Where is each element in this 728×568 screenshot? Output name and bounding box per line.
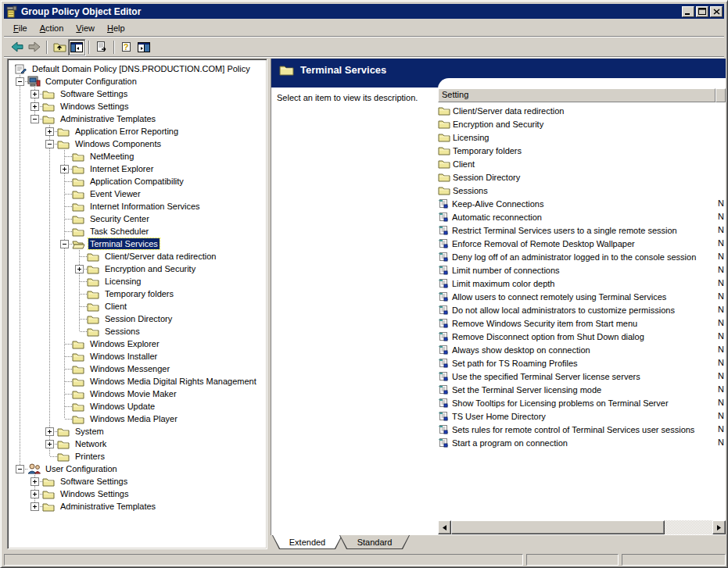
- tree-item-windows-media-digital-rights-management[interactable]: Windows Media Digital Rights Management: [8, 375, 267, 388]
- tree-item-label[interactable]: Internet Information Services: [88, 201, 202, 212]
- menu-file[interactable]: File: [7, 22, 34, 34]
- up-one-level-button[interactable]: [51, 39, 68, 55]
- export-list-button[interactable]: [93, 39, 110, 55]
- tree-item-task-scheduler[interactable]: Task Scheduler: [8, 225, 267, 238]
- tree-item-label[interactable]: Software Settings: [59, 88, 129, 99]
- setting-row[interactable]: Enforce Removal of Remote Desktop Wallpa…: [438, 237, 726, 250]
- tree-item-label[interactable]: User Configuration: [44, 463, 119, 474]
- expand-plus-box[interactable]: [27, 475, 42, 488]
- setting-row[interactable]: Always show desktop on connectionN: [438, 343, 726, 356]
- tree-item-label[interactable]: Administrative Templates: [59, 113, 157, 124]
- tree-item-label[interactable]: System: [74, 426, 106, 437]
- tree-item-printers[interactable]: Printers: [8, 450, 267, 463]
- setting-row[interactable]: Set path for TS Roaming ProfilesN: [438, 356, 726, 370]
- tree-item-label[interactable]: Encryption and Security: [103, 263, 197, 274]
- tree-item-label[interactable]: Windows Settings: [59, 101, 130, 112]
- tree-item-client[interactable]: Client: [8, 300, 267, 313]
- tree-item-label[interactable]: Administrative Templates: [59, 501, 157, 512]
- tree-item-label[interactable]: Client/Server data redirection: [103, 251, 217, 262]
- tree-item-label[interactable]: Licensing: [103, 276, 142, 287]
- tree-item-label[interactable]: Printers: [74, 451, 106, 462]
- tree-item-label[interactable]: Default Domain Policy [DNS.PRODUCTION.CO…: [30, 63, 252, 74]
- setting-row[interactable]: TS User Home DirectoryN: [438, 409, 726, 423]
- tree-item-label[interactable]: Software Settings: [59, 476, 129, 487]
- tree-item-application-error-reporting[interactable]: Application Error Reporting: [8, 125, 267, 138]
- tree-item-label[interactable]: Task Scheduler: [88, 226, 150, 237]
- tree-item-label[interactable]: Windows Components: [74, 138, 163, 149]
- expand-plus-box[interactable]: [27, 500, 42, 513]
- setting-row[interactable]: Set the Terminal Server licensing modeN: [438, 383, 726, 396]
- expand-plus-box[interactable]: [27, 100, 42, 113]
- setting-row[interactable]: Use the specified Terminal Server licens…: [438, 370, 726, 383]
- minimize-button[interactable]: [682, 6, 694, 17]
- setting-row[interactable]: Remove Disconnect option from Shut Down …: [438, 330, 726, 343]
- tree-item-label[interactable]: Client: [103, 301, 128, 312]
- setting-row[interactable]: Start a program on connectionN: [438, 436, 726, 449]
- expand-plus-box[interactable]: [27, 488, 42, 500]
- back-button[interactable]: [9, 39, 26, 55]
- tree-item-label[interactable]: Terminal Services: [88, 238, 160, 249]
- setting-row[interactable]: Do not allow local administrators to cus…: [438, 303, 726, 316]
- tree-item-label[interactable]: Application Compatibility: [88, 176, 185, 187]
- menu-view[interactable]: View: [70, 22, 101, 34]
- tree-item-label[interactable]: Windows Media Digital Rights Management: [88, 376, 258, 387]
- setting-row[interactable]: Allow users to connect remotely using Te…: [438, 290, 726, 303]
- tree-item-temporary-folders[interactable]: Temporary folders: [8, 288, 267, 300]
- tree-item-default-domain-policy-dns-production-com-policy[interactable]: Default Domain Policy [DNS.PRODUCTION.CO…: [8, 63, 267, 75]
- setting-row[interactable]: Client: [438, 157, 726, 170]
- tree-item-sessions[interactable]: Sessions: [8, 325, 267, 338]
- tree-item-label[interactable]: Windows Installer: [88, 351, 159, 362]
- expand-plus-box[interactable]: [42, 125, 57, 138]
- tree-item-licensing[interactable]: Licensing: [8, 275, 267, 288]
- expand-plus-box[interactable]: [27, 88, 42, 100]
- tree-item-windows-explorer[interactable]: Windows Explorer: [8, 338, 267, 350]
- setting-row[interactable]: Automatic reconnectionN: [438, 210, 726, 223]
- expand-minus-box[interactable]: [13, 75, 27, 88]
- scroll-left-button[interactable]: [438, 520, 451, 534]
- setting-row[interactable]: Sets rules for remote control of Termina…: [438, 423, 726, 436]
- column-header-state[interactable]: [715, 88, 726, 102]
- menu-action[interactable]: Action: [34, 22, 70, 34]
- setting-row[interactable]: Licensing: [438, 130, 726, 144]
- tree-item-client-server-data-redirection[interactable]: Client/Server data redirection: [8, 250, 267, 263]
- tree-item-label[interactable]: Session Directory: [103, 313, 174, 324]
- tree-item-windows-settings[interactable]: Windows Settings: [8, 488, 267, 500]
- tree-item-label[interactable]: Computer Configuration: [44, 76, 138, 87]
- expand-minus-box[interactable]: [42, 138, 57, 150]
- setting-row[interactable]: Keep-Alive ConnectionsN: [438, 197, 726, 210]
- tree-item-label[interactable]: Event Viewer: [88, 188, 142, 199]
- tree-item-label[interactable]: Temporary folders: [103, 288, 175, 299]
- tree-item-security-center[interactable]: Security Center: [8, 213, 267, 225]
- expand-plus-box[interactable]: [57, 163, 72, 175]
- tree-item-network[interactable]: Network: [8, 438, 267, 450]
- tree-item-label[interactable]: Sessions: [103, 326, 142, 337]
- tree-item-software-settings[interactable]: Software Settings: [8, 475, 267, 488]
- tree-item-application-compatibility[interactable]: Application Compatibility: [8, 175, 267, 188]
- setting-row[interactable]: Client/Server data redirection: [438, 104, 726, 117]
- console-tree-panel[interactable]: Default Domain Policy [DNS.PRODUCTION.CO…: [7, 59, 267, 549]
- expand-minus-box[interactable]: [57, 238, 72, 250]
- tree-item-windows-update[interactable]: Windows Update: [8, 400, 267, 413]
- show-console-tree-button[interactable]: [68, 39, 85, 55]
- tree-item-windows-components[interactable]: Windows Components: [8, 138, 267, 150]
- tree-item-internet-information-services[interactable]: Internet Information Services: [8, 200, 267, 213]
- tree-item-label[interactable]: Security Center: [88, 213, 151, 224]
- expand-plus-box[interactable]: [42, 438, 57, 450]
- forward-button[interactable]: [26, 39, 43, 55]
- setting-row[interactable]: Limit number of connectionsN: [438, 263, 726, 277]
- expand-plus-box[interactable]: [72, 263, 87, 275]
- horizontal-scrollbar[interactable]: [438, 520, 726, 534]
- tree-item-user-configuration[interactable]: User Configuration: [8, 463, 267, 475]
- tree-item-label[interactable]: Windows Movie Maker: [88, 388, 178, 399]
- tree-item-label[interactable]: Internet Explorer: [88, 163, 155, 174]
- close-button[interactable]: [710, 6, 723, 17]
- tree-item-label[interactable]: Windows Explorer: [88, 338, 161, 349]
- tree-item-label[interactable]: Windows Messenger: [88, 363, 171, 374]
- column-header-setting[interactable]: Setting: [438, 88, 715, 102]
- setting-row[interactable]: Temporary folders: [438, 144, 726, 157]
- tree-item-system[interactable]: System: [8, 425, 267, 438]
- tree-item-label[interactable]: Application Error Reporting: [74, 126, 180, 137]
- tree-item-windows-movie-maker[interactable]: Windows Movie Maker: [8, 388, 267, 400]
- settings-list[interactable]: Client/Server data redirectionEncryption…: [438, 104, 726, 518]
- scrollbar-thumb[interactable]: [451, 520, 665, 534]
